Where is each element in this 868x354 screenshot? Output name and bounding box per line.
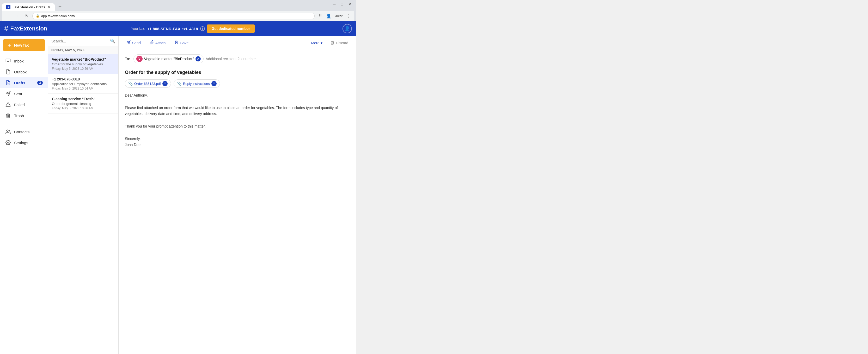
- fax-label: Your fax:: [131, 27, 145, 31]
- fax-list-item-1[interactable]: Vegetable market "BioProduct" Order for …: [48, 54, 118, 74]
- send-button[interactable]: Send: [123, 38, 145, 47]
- reload-button[interactable]: ↻: [23, 12, 30, 20]
- sidebar-navigation: Inbox Outbox Drafts 3: [0, 56, 48, 148]
- attachment-remove-1[interactable]: ✕: [162, 81, 167, 86]
- drafts-icon: [5, 80, 11, 85]
- send-icon: [126, 40, 131, 45]
- attachment-chip-1[interactable]: 📎 Order 686123.pdf ✕: [125, 79, 171, 88]
- sidebar-label-drafts: Drafts: [14, 81, 25, 85]
- new-fax-button[interactable]: ＋ New fax: [3, 39, 45, 51]
- save-button[interactable]: Save: [171, 38, 192, 47]
- tab-title: FaxExtension - Drafts: [12, 5, 45, 9]
- sidebar: ＋ New fax Inbox Outbox: [0, 36, 48, 354]
- search-icon[interactable]: 🔍: [110, 38, 115, 43]
- sidebar-label-trash: Trash: [14, 113, 24, 118]
- search-bar: 🔍: [48, 36, 118, 46]
- compose-content[interactable]: Dear Anthony, Please find attached an or…: [125, 93, 350, 148]
- fax-item-subtitle-1: Order for the supply of vegetables: [52, 62, 115, 66]
- fax-list-panel: 🔍 FRIDAY, MAY 5, 2023 Vegetable market "…: [48, 36, 119, 354]
- fax-item-subtitle-2: Application for Employer Identificatio..…: [52, 82, 115, 86]
- save-label: Save: [180, 41, 188, 45]
- discard-button[interactable]: Discard: [327, 39, 352, 47]
- svg-point-8: [6, 130, 8, 132]
- additional-recipient-input[interactable]: [206, 57, 350, 61]
- compose-body: To: V Vegetable market "BioProduct" ✕ Or…: [119, 50, 356, 354]
- recipient-chip[interactable]: V Vegetable market "BioProduct" ✕: [133, 55, 204, 63]
- fax-info-center: Your fax: +1 808-SEND-FAX ext. 4318 ℹ Ge…: [47, 25, 338, 33]
- toolbar-right: More ▾ Discard: [309, 39, 352, 47]
- contacts-icon: [5, 129, 11, 135]
- new-tab-button[interactable]: ＋: [55, 2, 65, 11]
- sidebar-item-trash[interactable]: Trash: [0, 110, 48, 121]
- more-label: More: [311, 41, 319, 45]
- sidebar-item-drafts[interactable]: Drafts 3: [0, 77, 48, 88]
- get-dedicated-number-button[interactable]: Get dedicated number: [207, 25, 255, 33]
- sidebar-label-failed: Failed: [14, 103, 25, 107]
- sidebar-item-outbox[interactable]: Outbox: [0, 66, 48, 77]
- recipient-avatar: V: [136, 56, 143, 62]
- save-icon: [175, 40, 179, 45]
- subject-row: Order for the supply of vegetables: [125, 70, 350, 75]
- browser-tab[interactable]: # FaxExtension - Drafts ✕: [2, 3, 55, 11]
- fax-item-date-3: Friday, May 5, 2023 10:36 AM: [52, 106, 115, 110]
- sent-icon: [5, 91, 11, 97]
- failed-icon: [5, 102, 11, 107]
- to-label: To:: [125, 57, 130, 61]
- sidebar-item-failed[interactable]: Failed: [0, 99, 48, 110]
- forward-button[interactable]: →: [13, 12, 21, 20]
- attachments-row: 📎 Order 686123.pdf ✕ 📎 Reply instruction…: [125, 79, 350, 88]
- sidebar-item-inbox[interactable]: Inbox: [0, 56, 48, 66]
- user-avatar[interactable]: 👤: [342, 24, 352, 33]
- discard-label: Discard: [336, 41, 348, 45]
- address-text: app.faxextension.com/: [41, 14, 75, 18]
- recipient-remove-button[interactable]: ✕: [195, 56, 201, 62]
- drafts-badge: 3: [37, 81, 43, 85]
- sidebar-item-sent[interactable]: Sent: [0, 88, 48, 99]
- tab-close-button[interactable]: ✕: [47, 5, 51, 9]
- close-button[interactable]: ✕: [346, 1, 354, 7]
- sidebar-item-settings[interactable]: Settings: [0, 137, 48, 148]
- fax-list-item-3[interactable]: Cleaning service "Fresh" Order for gener…: [48, 94, 118, 113]
- attachment-remove-2[interactable]: ✕: [211, 81, 217, 86]
- more-button[interactable]: More ▾: [309, 39, 325, 47]
- logo-text: FaxExtension: [10, 25, 48, 32]
- logo-extension: Extension: [20, 25, 47, 32]
- fax-item-date-1: Friday, May 5, 2023 10:56 AM: [52, 67, 115, 71]
- date-divider: FRIDAY, MAY 5, 2023: [48, 46, 118, 54]
- extensions-button[interactable]: ⠿: [317, 12, 324, 20]
- inbox-icon: [5, 58, 11, 64]
- chevron-down-icon: ▾: [320, 41, 322, 45]
- trash-discard-icon: [330, 41, 334, 45]
- outbox-icon: [5, 69, 11, 75]
- maximize-button[interactable]: □: [338, 1, 346, 7]
- profile-label: Guest: [333, 14, 342, 18]
- lock-icon: 🔒: [36, 14, 40, 18]
- app-logo: # FaxExtension: [4, 25, 47, 33]
- svg-rect-0: [6, 59, 10, 62]
- sidebar-item-contacts[interactable]: Contacts: [0, 126, 48, 137]
- logo-fax: Fax: [10, 25, 20, 32]
- attachment-chip-2[interactable]: 📎 Reply instructions ✕: [174, 79, 220, 88]
- search-input[interactable]: [51, 39, 108, 43]
- fax-list-item-2[interactable]: +1 203-870-3318 Application for Employer…: [48, 74, 118, 94]
- fax-info-icon[interactable]: ℹ: [200, 26, 205, 31]
- menu-button[interactable]: ⋮: [345, 12, 352, 20]
- paperclip-icon-1: 📎: [128, 81, 133, 85]
- fax-item-title-2: +1 203-870-3318: [52, 77, 115, 81]
- minimize-button[interactable]: ─: [331, 1, 338, 7]
- address-bar[interactable]: 🔒 app.faxextension.com/: [32, 13, 315, 19]
- attachment-name-1[interactable]: Order 686123.pdf: [134, 82, 161, 85]
- back-button[interactable]: ←: [4, 12, 11, 20]
- attach-button[interactable]: Attach: [146, 38, 169, 47]
- new-fax-label: New fax: [14, 43, 29, 47]
- recipient-name: Vegetable market "BioProduct": [144, 57, 194, 61]
- sidebar-label-inbox: Inbox: [14, 59, 24, 63]
- fax-number: +1 808-SEND-FAX ext. 4318: [147, 27, 198, 31]
- sidebar-label-settings: Settings: [14, 141, 28, 145]
- compose-area: Send Attach Save More: [119, 36, 356, 354]
- to-row: To: V Vegetable market "BioProduct" ✕: [125, 55, 350, 66]
- paperclip-icon-2: 📎: [177, 81, 181, 85]
- profile-button[interactable]: 👤: [325, 12, 332, 20]
- attachment-name-2[interactable]: Reply instructions: [183, 82, 210, 85]
- fax-item-date-2: Friday, May 5, 2023 10:54 AM: [52, 87, 115, 90]
